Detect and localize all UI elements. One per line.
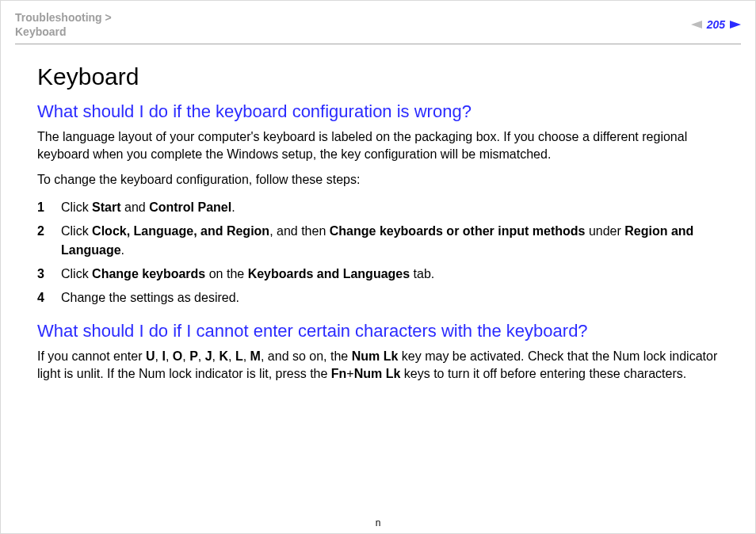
step-text: Click Clock, Language, and Region, and t… xyxy=(61,224,693,257)
step-text: Click Start and Control Panel. xyxy=(61,200,235,214)
svg-marker-1 xyxy=(730,21,741,29)
page-number-group: 205 xyxy=(691,10,741,31)
page-title: Keyboard xyxy=(37,63,719,90)
page-number: 205 xyxy=(707,18,725,31)
paragraph: If you cannot enter U, I, O, P, J, K, L,… xyxy=(37,348,719,382)
breadcrumb: Troubleshooting > Keyboard xyxy=(15,10,112,39)
page-header: Troubleshooting > Keyboard 205 xyxy=(15,10,741,42)
document-page: Troubleshooting > Keyboard 205 Keyboard … xyxy=(0,0,756,534)
step-number: 3 xyxy=(37,265,44,284)
step-item: 3 Click Change keyboards on the Keyboard… xyxy=(37,262,719,286)
step-item: 4 Change the settings as desired. xyxy=(37,286,719,310)
content-area: Keyboard What should I do if the keyboar… xyxy=(15,63,741,382)
step-item: 1 Click Start and Control Panel. xyxy=(37,196,719,219)
section-heading-2: What should I do if I cannot enter certa… xyxy=(37,321,719,341)
step-text: Click Change keyboards on the Keyboards … xyxy=(61,267,434,280)
svg-marker-0 xyxy=(691,21,702,29)
breadcrumb-page: Keyboard xyxy=(15,25,67,38)
footer-mark: n xyxy=(376,517,381,528)
previous-page-arrow-icon[interactable] xyxy=(691,21,702,29)
next-page-arrow-icon[interactable] xyxy=(730,21,741,29)
paragraph: To change the keyboard configuration, fo… xyxy=(37,171,719,189)
step-number: 2 xyxy=(37,222,44,241)
section-heading-1: What should I do if the keyboard configu… xyxy=(37,101,719,122)
step-number: 4 xyxy=(37,288,44,307)
paragraph: The language layout of your computer's k… xyxy=(37,128,719,162)
header-divider xyxy=(15,44,741,44)
step-number: 1 xyxy=(37,198,44,217)
breadcrumb-section: Troubleshooting > xyxy=(15,11,112,24)
step-text: Change the settings as desired. xyxy=(61,291,239,304)
steps-list: 1 Click Start and Control Panel. 2 Click… xyxy=(37,196,719,310)
step-item: 2 Click Clock, Language, and Region, and… xyxy=(37,219,719,262)
